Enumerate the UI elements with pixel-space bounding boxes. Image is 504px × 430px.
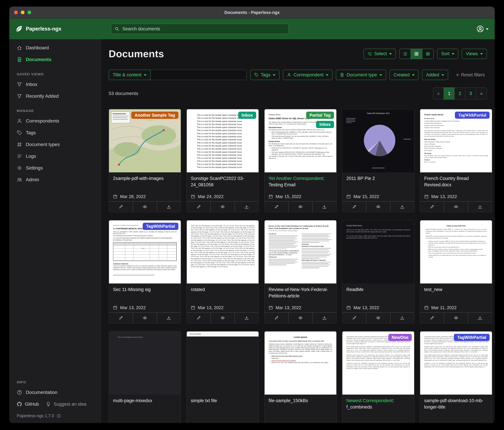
- window-minimize-button[interactable]: [21, 10, 25, 14]
- download-document-button[interactable]: [234, 313, 259, 323]
- document-thumbnail[interactable]: Another Sample Tag: [109, 109, 181, 172]
- sidebar-item-recently-added[interactable]: Recently Added: [9, 90, 101, 102]
- window-zoom-button[interactable]: [27, 10, 31, 14]
- document-title[interactable]: file-sample_150kBs: [265, 395, 336, 414]
- document-correspondent[interactable]: Newest Correspondent: [346, 398, 393, 403]
- document-thumbnail[interactable]: Application for Medical Staff Reappointm…: [109, 220, 181, 283]
- sidebar-item-documentation[interactable]: Documentation: [9, 386, 101, 398]
- document-thumbnail[interactable]: Lorem ipsum dolor sit amet, consectetur …: [342, 331, 414, 395]
- download-document-button[interactable]: [157, 313, 181, 323]
- edit-document-button[interactable]: [187, 202, 210, 212]
- sidebar-item-correspondents[interactable]: Correspondents: [9, 115, 101, 127]
- view-document-button[interactable]: [366, 313, 390, 323]
- download-document-button[interactable]: [468, 313, 492, 323]
- view-document-button[interactable]: [444, 202, 468, 212]
- edit-document-button[interactable]: [342, 313, 366, 323]
- document-title[interactable]: 2011 BP Pie 2: [342, 172, 414, 192]
- document-title[interactable]: rotated: [187, 283, 259, 303]
- document-card[interactable]: Release NotesSimba ODBC Driver for SQL S…: [264, 109, 337, 212]
- filter-field-button[interactable]: Title & content: [109, 70, 151, 80]
- document-correspondent[interactable]: Yet Another Correspondent: [269, 176, 323, 181]
- document-title[interactable]: Sec 11-Missing sig: [109, 283, 181, 303]
- document-thumbnail[interactable]: This is a test for the double space char…: [187, 109, 259, 172]
- tag-badge[interactable]: Inbox: [238, 112, 256, 119]
- sidebar-item-dashboard[interactable]: Dashboard: [9, 42, 101, 54]
- document-card[interactable]: Contact Sheet DemoGiven a set of image f…: [342, 220, 414, 323]
- tag-badge[interactable]: Another Sample Tag: [131, 112, 178, 119]
- sidebar-item-documents[interactable]: Documents: [9, 54, 101, 65]
- document-title[interactable]: Yet Another Correspondent: Testing Email: [265, 172, 336, 192]
- tags-filter-button[interactable]: Tags: [250, 70, 279, 80]
- view-document-button[interactable]: [444, 313, 468, 323]
- tag-badge[interactable]: TagWithPartial: [455, 112, 490, 119]
- view-document-button[interactable]: [288, 313, 312, 323]
- document-thumbnail[interactable]: Contact Sheet DemoGiven a set of image f…: [342, 220, 414, 283]
- document-card[interactable]: This is a test file.simple txt file: [186, 331, 259, 423]
- edit-document-button[interactable]: [420, 202, 444, 212]
- brand[interactable]: Paperless-ngx: [15, 25, 111, 33]
- sidebar-item-logs[interactable]: Logs: [9, 150, 101, 162]
- pagination-page-button[interactable]: 3: [465, 87, 476, 100]
- document-card[interactable]: French Country BreadFor the Leaven:1 hea…: [420, 109, 492, 212]
- edit-document-button[interactable]: [265, 202, 288, 212]
- view-grid-button[interactable]: [411, 49, 422, 59]
- document-thumbnail[interactable]: French Country BreadFor the Leaven:1 hea…: [420, 109, 492, 172]
- document-title[interactable]: French Country Bread Revised.docx: [420, 172, 492, 192]
- download-document-button[interactable]: [157, 202, 181, 212]
- view-document-button[interactable]: [288, 202, 312, 212]
- download-document-button[interactable]: [312, 202, 336, 212]
- document-card[interactable]: Lorem ipsum dolor sit amet, consectetur …: [342, 331, 414, 423]
- search-input[interactable]: [122, 26, 285, 32]
- document-card[interactable]: Adobe Acrobat PDF FilesAdobe® Portable D…: [420, 220, 492, 323]
- document-title[interactable]: Sonstige ScanPC2022 03-24_081058: [187, 172, 259, 192]
- tag-badge[interactable]: Partial Tag: [306, 112, 334, 119]
- document-title[interactable]: Newest Correspondent: f_combineds: [342, 395, 414, 414]
- select-button[interactable]: Select: [363, 49, 396, 59]
- tag-badge[interactable]: TagWithPartial: [143, 223, 178, 230]
- tag-badge[interactable]: Inbox: [316, 121, 334, 128]
- document-title[interactable]: simple txt file: [187, 395, 259, 414]
- document-thumbnail[interactable]: This is a test file.: [187, 331, 259, 395]
- pagination-next-button[interactable]: »: [476, 87, 487, 100]
- edit-document-button[interactable]: [109, 202, 133, 212]
- sidebar-item-tags[interactable]: Tags: [9, 127, 101, 139]
- view-document-button[interactable]: [210, 313, 234, 323]
- document-title[interactable]: Review-of-New-York-Federal-Petitions-art…: [265, 283, 336, 303]
- view-detail-button[interactable]: [422, 49, 434, 59]
- filter-query-input[interactable]: [151, 70, 247, 80]
- document-thumbnail[interactable]: Release NotesSimba ODBC Driver for SQL S…: [265, 109, 336, 172]
- document-card[interactable]: Review of New York Federal Petitions for…: [264, 220, 337, 323]
- views-button[interactable]: Views: [462, 49, 487, 59]
- window-close-button[interactable]: [14, 10, 18, 14]
- document-thumbnail[interactable]: This is the text that appears on the fir…: [187, 220, 259, 283]
- edit-document-button[interactable]: [265, 313, 288, 323]
- sidebar-item-document-types[interactable]: Document types: [9, 139, 101, 150]
- info-circle-icon[interactable]: [57, 414, 61, 418]
- view-document-button[interactable]: [133, 313, 157, 323]
- download-document-button[interactable]: [234, 202, 259, 212]
- document-card[interactable]: This is a test for the double space char…: [186, 109, 259, 212]
- document-thumbnail[interactable]: Review of New York Federal Petitions for…: [265, 220, 336, 283]
- github-link[interactable]: GitHub: [17, 402, 39, 407]
- user-menu[interactable]: [477, 25, 489, 33]
- view-document-button[interactable]: [366, 202, 390, 212]
- document-thumbnail[interactable]: Lorem ipsumLorem ipsum dolor sit amet, c…: [265, 331, 336, 395]
- edit-document-button[interactable]: [342, 202, 366, 212]
- document-card[interactable]: This is a multi page document. Page 1.mu…: [109, 331, 181, 423]
- view-document-button[interactable]: [210, 202, 234, 212]
- edit-document-button[interactable]: [187, 313, 210, 323]
- download-document-button[interactable]: [312, 313, 336, 323]
- correspondent-filter-button[interactable]: Correspondent: [283, 70, 333, 80]
- document-card[interactable]: Lorem ipsum dolor sit amet, consectetur …: [420, 331, 492, 423]
- edit-document-button[interactable]: [420, 313, 444, 323]
- download-document-button[interactable]: [390, 313, 414, 323]
- download-document-button[interactable]: [390, 202, 414, 212]
- sidebar-item-inbox[interactable]: Inbox: [9, 79, 101, 90]
- tag-badge[interactable]: NewOne: [388, 334, 412, 341]
- pagination-page-button[interactable]: 1: [444, 87, 455, 100]
- document-thumbnail[interactable]: Patient BP Distribution 2011: [342, 109, 414, 172]
- document-card[interactable]: Patient BP Distribution 20112011 BP Pie …: [342, 109, 414, 212]
- reset-filters-button[interactable]: × Reset filters: [454, 72, 487, 78]
- document-card[interactable]: Another Sample Tag2sample-pdf-with-image…: [109, 109, 181, 212]
- added-filter-button[interactable]: Added: [422, 70, 448, 80]
